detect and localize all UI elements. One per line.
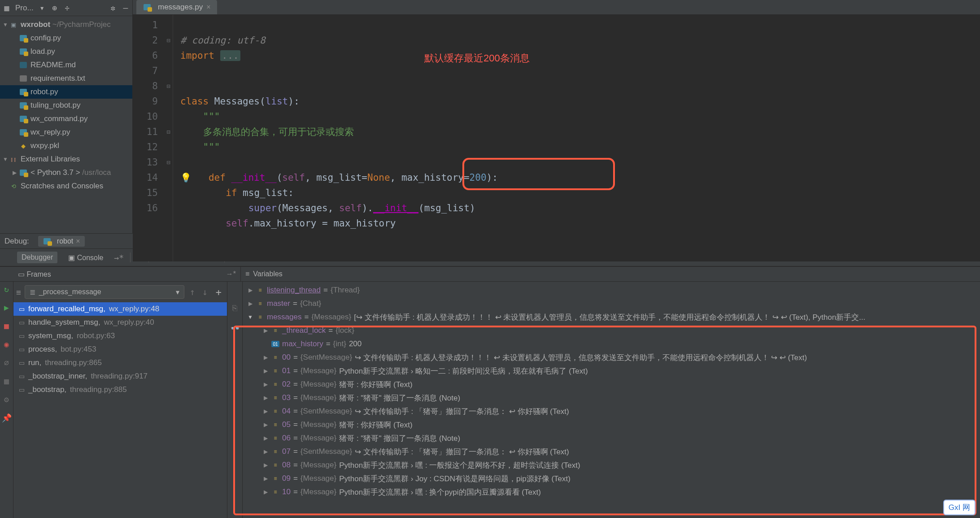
- frame-row[interactable]: ▭process, bot.py:453: [13, 343, 227, 356]
- view-breakpoints-icon[interactable]: ◉: [4, 340, 9, 349]
- pin-icon[interactable]: 📌: [2, 413, 12, 422]
- expand-arrow-icon[interactable]: ▶: [262, 489, 269, 495]
- tree-file[interactable]: requirements.txt: [0, 72, 132, 85]
- variable-row[interactable]: ▶≡ 10 = {Message} Python新手交流黑群 › 嘿 : 换个p…: [243, 485, 980, 499]
- add-tab-icon[interactable]: →*: [114, 253, 124, 262]
- tab-debugger[interactable]: Debugger: [17, 252, 57, 263]
- expand-arrow-icon[interactable]: ▶: [262, 448, 269, 455]
- watch-icon[interactable]: 👓: [230, 323, 240, 333]
- mute-breakpoints-icon[interactable]: ⌀: [4, 358, 9, 367]
- variable-row[interactable]: ▶≡ 08 = {Message} Python新手交流黑群 › 嘿 : 一般报…: [243, 458, 980, 472]
- variable-value: Python新手交流黑群 › 嘿 : 换个pypi的国内豆瓣源看看 (Text): [339, 487, 541, 497]
- frame-row[interactable]: ▭_bootstrap, threading.py:885: [13, 383, 227, 396]
- frames-list[interactable]: ▭forward_recalled_msg, wx_reply.py:48▭ha…: [13, 302, 227, 518]
- variable-row[interactable]: ▶≡ 09 = {Message} Python新手交流黑群 › Joy : C…: [243, 472, 980, 485]
- frame-row[interactable]: ▭forward_recalled_msg, wx_reply.py:48: [13, 302, 227, 316]
- settings-icon[interactable]: ⚙: [4, 395, 9, 404]
- lightbulb-icon[interactable]: 💡: [180, 172, 192, 183]
- expand-arrow-icon[interactable]: ▶: [247, 287, 253, 293]
- external-libraries[interactable]: ▼ ⫿⫿ External Libraries: [0, 152, 132, 166]
- variable-row[interactable]: 01 max_history = {int} 200: [243, 337, 980, 351]
- expand-arrow-icon[interactable]: ▼: [247, 314, 253, 320]
- tree-file[interactable]: ◆wxpy.pkl: [0, 139, 132, 152]
- expand-arrow-icon[interactable]: ▼: [3, 156, 9, 162]
- chevron-down-icon[interactable]: ▾: [38, 4, 46, 12]
- tree-file[interactable]: tuling_robot.py: [0, 99, 132, 112]
- expand-arrow-icon[interactable]: ▶: [262, 475, 269, 482]
- thread-selector[interactable]: ≣ _process_message ▾: [25, 285, 184, 299]
- variable-row[interactable]: ▶≡ 04 = {SentMessage} ↪ 文件传输助手 : 「猪哥」撤回了…: [243, 405, 980, 418]
- variable-row[interactable]: ▶≡ 02 = {Message} 猪哥 : 你好骚啊 (Text): [243, 378, 980, 391]
- frames-options-icon[interactable]: →*: [226, 270, 236, 278]
- fold-gutter[interactable]: ⊟ ⊟ ⊟ ⊟: [164, 15, 173, 261]
- variable-row[interactable]: ▶≡ 05 = {Message} 猪哥 : 你好骚啊 (Text): [243, 418, 980, 431]
- python-env[interactable]: ▶ < Python 3.7 > /usr/loca: [0, 166, 132, 179]
- tree-file[interactable]: README.md: [0, 58, 132, 72]
- property-icon: ≡: [271, 489, 279, 495]
- add-icon[interactable]: +: [213, 287, 224, 298]
- close-icon[interactable]: ×: [76, 237, 80, 245]
- variable-row[interactable]: ▼≡ messages = {Messages} [↪ 文件传输助手 : 机器人…: [243, 310, 980, 324]
- variable-row[interactable]: ▶≡ 03 = {Message} 猪哥 : "猪哥" 撤回了一条消息 (Not…: [243, 391, 980, 405]
- stop-icon[interactable]: ■: [4, 321, 9, 331]
- prev-frame-icon[interactable]: ↑: [188, 287, 197, 297]
- rerun-icon[interactable]: ↻: [4, 284, 9, 294]
- file-tab-active[interactable]: messages.py ×: [136, 0, 217, 14]
- target-icon[interactable]: ⊕: [51, 4, 59, 12]
- minimize-icon[interactable]: —: [122, 4, 130, 12]
- expand-arrow-icon[interactable]: ▶: [262, 354, 269, 361]
- frame-row[interactable]: ▭system_msg, robot.py:63: [13, 329, 227, 343]
- fold-marker[interactable]: ...: [220, 50, 241, 61]
- resume-icon[interactable]: ▶: [4, 303, 9, 312]
- stack-frame-icon: ▭: [19, 319, 25, 326]
- divide-icon[interactable]: ÷: [63, 4, 71, 12]
- variable-row[interactable]: ▶≡ 01 = {Message} Python新手交流黑群 › 略知一二 : …: [243, 364, 980, 378]
- expand-arrow-icon[interactable]: ▶: [13, 170, 19, 176]
- close-icon[interactable]: ×: [206, 3, 210, 11]
- project-root[interactable]: ▼ ▣ wxrobot ~/PycharmProjec: [0, 18, 132, 31]
- expand-arrow-icon[interactable]: ▶: [262, 381, 269, 387]
- chevron-down-icon[interactable]: ▾: [176, 288, 179, 296]
- expand-arrow-icon[interactable]: ▶: [262, 422, 269, 428]
- variables-panel[interactable]: ▶≡ listening_thread = {Thread} ▶≡ master…: [243, 282, 980, 518]
- scratches[interactable]: ⟲ Scratches and Consoles: [0, 179, 132, 193]
- variable-type: {Messages}: [311, 313, 351, 322]
- variable-row[interactable]: ▶≡ 06 = {Message} 猪哥 : "猪哥" 撤回了一条消息 (Not…: [243, 431, 980, 445]
- copy-icon[interactable]: ⎘: [232, 303, 237, 313]
- property-icon: ≡: [271, 408, 279, 414]
- project-dropdown[interactable]: Pro...: [15, 4, 34, 13]
- variable-row[interactable]: ▶≡ listening_thread = {Thread}: [243, 283, 980, 297]
- variable-row[interactable]: ▶≡ _thread_lock = {lock}: [243, 324, 980, 337]
- debug-config-tab[interactable]: robot ×: [38, 236, 85, 247]
- variable-row[interactable]: ▶≡ master = {Chat}: [243, 297, 980, 310]
- variable-row[interactable]: ▶≡ 07 = {SentMessage} ↪ 文件传输助手 : 「猪哥」撤回了…: [243, 445, 980, 458]
- expand-arrow-icon[interactable]: ▶: [262, 395, 269, 401]
- tree-file[interactable]: robot.py: [0, 85, 132, 99]
- tree-file[interactable]: wx_reply.py: [0, 126, 132, 139]
- expand-arrow-icon[interactable]: ▶: [262, 327, 269, 334]
- project-tree[interactable]: ▼ ▣ wxrobot ~/PycharmProjec config.pyloa…: [0, 16, 132, 233]
- expand-arrow-icon[interactable]: ▶: [262, 408, 269, 414]
- tab-console[interactable]: ▣ Console: [64, 252, 108, 264]
- frame-location: wx_reply.py:48: [109, 305, 159, 313]
- tree-file[interactable]: config.py: [0, 31, 132, 45]
- frame-row[interactable]: ▭_bootstrap_inner, threading.py:917: [13, 370, 227, 383]
- frame-row[interactable]: ▭handle_system_msg, wx_reply.py:40: [13, 316, 227, 329]
- expand-arrow-icon[interactable]: ▼: [3, 22, 9, 28]
- next-frame-icon[interactable]: ↓: [200, 287, 209, 297]
- tree-file[interactable]: wx_command.py: [0, 112, 132, 126]
- frames-title: Frames: [26, 270, 51, 278]
- tree-file[interactable]: load.py: [0, 45, 132, 58]
- expand-arrow-icon[interactable]: ▶: [262, 462, 269, 468]
- watermark: GxI 网: [943, 500, 976, 515]
- code-editor[interactable]: 12678910111213141516 ⊟ ⊟ ⊟ ⊟ # coding: u…: [133, 15, 980, 261]
- expand-arrow-icon[interactable]: ▶: [247, 300, 253, 307]
- variable-row[interactable]: ▶≡ 00 = {SentMessage} ↪ 文件传输助手 : 机器人登录成功…: [243, 351, 980, 364]
- frame-row[interactable]: ▭run, threading.py:865: [13, 356, 227, 370]
- gear-icon[interactable]: ✲: [109, 4, 117, 12]
- layout-icon[interactable]: ▦: [4, 376, 9, 386]
- frame-function: system_msg,: [28, 331, 73, 340]
- expand-arrow-icon[interactable]: ▶: [262, 368, 269, 374]
- code-area[interactable]: # coding: utf-8 import ... class Message…: [173, 15, 980, 261]
- expand-arrow-icon[interactable]: ▶: [262, 435, 269, 441]
